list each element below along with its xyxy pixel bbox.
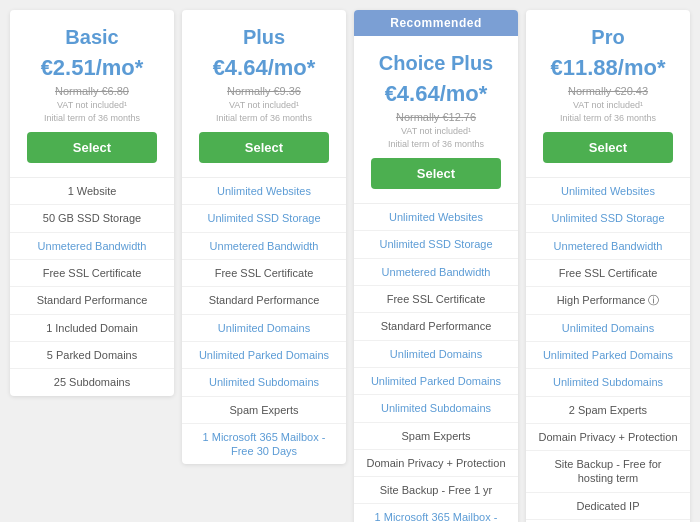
plan-card-pro: Pro €11.88/mo* Normally €20.43 VAT not i… <box>526 10 690 522</box>
feature-item: Unmetered Bandwidth <box>526 233 690 260</box>
feature-item: Site Backup - Free 1 yr <box>354 477 518 504</box>
feature-item: Unlimited Parked Domains <box>182 342 346 369</box>
feature-item: 2 Spam Experts <box>526 397 690 424</box>
plan-normal-price-pro: Normally €20.43 <box>536 85 680 97</box>
plan-normal-price-basic: Normally €6.80 <box>20 85 164 97</box>
plan-price-pro: €11.88/mo* <box>536 55 680 81</box>
feature-item: Free SSL Certificate <box>526 260 690 287</box>
select-button-basic[interactable]: Select <box>27 132 157 163</box>
feature-item: Standard Performance <box>182 287 346 314</box>
feature-item: Unmetered Bandwidth <box>182 233 346 260</box>
feature-item: 1 Included Domain <box>10 315 174 342</box>
feature-item: Unlimited Websites <box>182 178 346 205</box>
feature-item: Standard Performance <box>354 313 518 340</box>
plan-features-choice-plus: Unlimited WebsitesUnlimited SSD StorageU… <box>354 204 518 522</box>
feature-item: Unlimited SSD Storage <box>182 205 346 232</box>
feature-item: Spam Experts <box>182 397 346 424</box>
feature-item: Standard Performance <box>10 287 174 314</box>
select-button-plus[interactable]: Select <box>199 132 329 163</box>
feature-item: Unlimited Domains <box>354 341 518 368</box>
feature-item: 50 GB SSD Storage <box>10 205 174 232</box>
feature-item: Free SSL Certificate <box>354 286 518 313</box>
plan-name-choice-plus: Choice Plus <box>364 52 508 75</box>
plan-features-pro: Unlimited WebsitesUnlimited SSD StorageU… <box>526 178 690 522</box>
plan-vat-basic: VAT not included¹Initial term of 36 mont… <box>20 99 164 124</box>
plan-name-basic: Basic <box>20 26 164 49</box>
feature-item: Unlimited Domains <box>526 315 690 342</box>
recommended-badge: Recommended <box>354 10 518 36</box>
plan-normal-price-plus: Normally €9.36 <box>192 85 336 97</box>
plan-normal-price-choice-plus: Normally €12.76 <box>364 111 508 123</box>
plan-name-pro: Pro <box>536 26 680 49</box>
plan-card-basic: Basic €2.51/mo* Normally €6.80 VAT not i… <box>10 10 174 396</box>
feature-item: Unlimited Websites <box>354 204 518 231</box>
feature-item: High Performance ⓘ <box>526 287 690 314</box>
feature-item: Free SSL Certificate <box>182 260 346 287</box>
plan-header-choice-plus: Choice Plus €4.64/mo* Normally €12.76 VA… <box>354 36 518 204</box>
feature-item: 25 Subdomains <box>10 369 174 395</box>
plan-card-plus: Plus €4.64/mo* Normally €9.36 VAT not in… <box>182 10 346 464</box>
feature-item: Unmetered Bandwidth <box>10 233 174 260</box>
plan-header-pro: Pro €11.88/mo* Normally €20.43 VAT not i… <box>526 10 690 178</box>
feature-item: Unlimited Subdomains <box>526 369 690 396</box>
plan-price-plus: €4.64/mo* <box>192 55 336 81</box>
feature-item: 1 Microsoft 365 Mailbox - Free 30 Days <box>354 504 518 522</box>
select-button-pro[interactable]: Select <box>543 132 673 163</box>
feature-item: Unlimited Websites <box>526 178 690 205</box>
plan-header-basic: Basic €2.51/mo* Normally €6.80 VAT not i… <box>10 10 174 178</box>
select-button-choice-plus[interactable]: Select <box>371 158 501 189</box>
feature-item: Unlimited SSD Storage <box>354 231 518 258</box>
feature-item: Unlimited Subdomains <box>182 369 346 396</box>
feature-item: Dedicated IP <box>526 493 690 520</box>
feature-item: Free SSL Certificate <box>10 260 174 287</box>
plan-header-plus: Plus €4.64/mo* Normally €9.36 VAT not in… <box>182 10 346 178</box>
plan-vat-choice-plus: VAT not included¹Initial term of 36 mont… <box>364 125 508 150</box>
feature-item: 1 Microsoft 365 Mailbox - Free 30 Days <box>182 424 346 465</box>
feature-item: 5 Parked Domains <box>10 342 174 369</box>
feature-item: Spam Experts <box>354 423 518 450</box>
plan-price-basic: €2.51/mo* <box>20 55 164 81</box>
feature-item: Unlimited Parked Domains <box>526 342 690 369</box>
feature-item: Unlimited Parked Domains <box>354 368 518 395</box>
pricing-container: Basic €2.51/mo* Normally €6.80 VAT not i… <box>10 10 690 522</box>
feature-item: Unlimited SSD Storage <box>526 205 690 232</box>
feature-item: Unlimited Subdomains <box>354 395 518 422</box>
plan-vat-plus: VAT not included¹Initial term of 36 mont… <box>192 99 336 124</box>
plan-card-choice-plus: Recommended Choice Plus €4.64/mo* Normal… <box>354 10 518 522</box>
plan-price-choice-plus: €4.64/mo* <box>364 81 508 107</box>
plan-features-plus: Unlimited WebsitesUnlimited SSD StorageU… <box>182 178 346 464</box>
feature-item: Unmetered Bandwidth <box>354 259 518 286</box>
plan-features-basic: 1 Website50 GB SSD StorageUnmetered Band… <box>10 178 174 395</box>
plan-vat-pro: VAT not included¹Initial term of 36 mont… <box>536 99 680 124</box>
feature-item: Site Backup - Free for hosting term <box>526 451 690 493</box>
feature-item: Domain Privacy + Protection <box>354 450 518 477</box>
plan-name-plus: Plus <box>192 26 336 49</box>
feature-item: Unlimited Domains <box>182 315 346 342</box>
feature-item: Domain Privacy + Protection <box>526 424 690 451</box>
feature-item: 1 Website <box>10 178 174 205</box>
